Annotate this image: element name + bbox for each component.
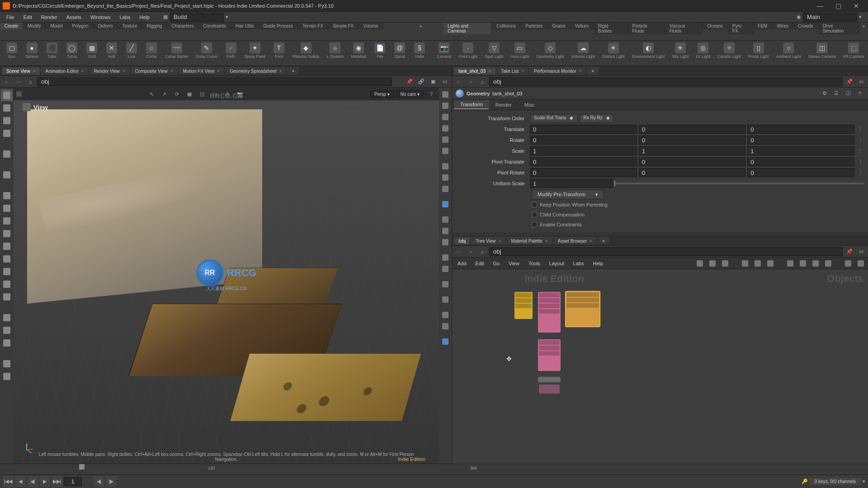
ruler-icon[interactable]: [440, 237, 450, 247]
play-button[interactable]: ▶: [39, 476, 50, 487]
menu-labs[interactable]: Labs: [115, 13, 135, 21]
eye-icon[interactable]: [440, 101, 450, 111]
close-button[interactable]: ✕: [847, 0, 865, 11]
viewport-help-icon[interactable]: ?: [426, 89, 436, 99]
grid1-icon[interactable]: [741, 259, 750, 268]
flag-icon[interactable]: [824, 259, 833, 268]
wireframe-icon[interactable]: ◫: [197, 89, 207, 99]
close-icon[interactable]: ×: [33, 69, 36, 74]
persp-dropdown[interactable]: Persp ▾: [370, 90, 394, 98]
shelf-tool-sky-light[interactable]: ☀Sky Light: [668, 42, 692, 65]
close-icon[interactable]: ×: [579, 69, 582, 74]
shelf-tool-platonic-solids[interactable]: ◆Platonic Solids: [289, 42, 323, 65]
network-menu-go[interactable]: Go: [491, 260, 503, 267]
pane-tab[interactable]: Animation Editor×: [41, 67, 88, 75]
shelf-tab[interactable]: Vellum: [571, 23, 594, 29]
select-arrow-icon[interactable]: ↖: [146, 89, 156, 99]
light-tool-icon[interactable]: [1, 358, 13, 370]
view-handle-icon[interactable]: [23, 103, 31, 111]
param-y-input[interactable]: [639, 157, 746, 166]
take-dropdown-icon[interactable]: ▾: [859, 14, 862, 20]
bone-tool-icon[interactable]: [1, 312, 13, 324]
shelf-tool-vr-camera[interactable]: ⬚VR Camera: [840, 42, 868, 65]
help-icon[interactable]: ?: [855, 89, 864, 98]
pin-icon[interactable]: 📌: [405, 77, 415, 87]
info-icon[interactable]: ⓘ: [844, 89, 853, 98]
camera-icon[interactable]: 📷: [235, 89, 245, 99]
shelf-tool-stereo-camera[interactable]: ◫Stereo Camera: [805, 42, 840, 65]
maximize-pane-network[interactable]: ▭: [856, 247, 866, 257]
add-tab-button[interactable]: +: [587, 67, 599, 75]
back-button-params[interactable]: ←: [454, 77, 464, 87]
maximize-pane-params[interactable]: ▭: [856, 77, 866, 87]
shelf-tool-point-light[interactable]: ·Point Light: [455, 42, 481, 65]
uniform-scale-input[interactable]: [530, 179, 613, 188]
shelf-tool-l-system[interactable]: ⟐L-System: [323, 42, 347, 65]
shelf-tool-helix[interactable]: §Helix: [410, 42, 429, 65]
network-view[interactable]: Indie Edition Objects ✥: [452, 269, 868, 464]
flat-icon[interactable]: [440, 173, 450, 183]
shelf-tool-draw-curve[interactable]: ✎Draw Curve: [192, 42, 221, 65]
close-icon[interactable]: ×: [590, 239, 592, 244]
shelf-tool-portal-light[interactable]: ▯Portal Light: [745, 42, 773, 65]
dot-icon[interactable]: [440, 215, 450, 225]
param-tab-transform[interactable]: Transform: [454, 100, 489, 109]
network-menu-tools[interactable]: Tools: [526, 260, 543, 267]
tag-icon[interactable]: [798, 259, 807, 268]
shelf-tool-geometry-light[interactable]: ◇Geometry Light: [533, 42, 568, 65]
grid-icon[interactable]: ▦: [184, 89, 194, 99]
shelf-tab[interactable]: Volume: [359, 23, 383, 29]
wire-icon[interactable]: [440, 112, 450, 122]
shelf-tab[interactable]: Grains: [547, 23, 570, 29]
shelf-tool-path[interactable]: ⟋Path: [221, 42, 241, 65]
pane-tab[interactable]: Composite View×: [131, 67, 178, 75]
shelf-tool-font[interactable]: TFont: [269, 42, 289, 65]
param-menu-icon[interactable]: ⋮: [856, 169, 864, 177]
param-y-input[interactable]: [639, 125, 746, 134]
shelf-tab[interactable]: Particle Fluids: [628, 23, 665, 34]
pane-tab[interactable]: Tree View×: [471, 237, 505, 244]
terrain-tool-icon[interactable]: [1, 240, 13, 252]
param-y-input[interactable]: [639, 168, 746, 177]
node-item[interactable]: [539, 385, 560, 394]
pin-icon-params[interactable]: 📌: [844, 77, 854, 87]
shelf-tab[interactable]: Create: [0, 23, 23, 29]
node-item[interactable]: [565, 291, 600, 327]
shelf-tab[interactable]: Lights and Cameras: [443, 23, 492, 34]
network-menu-edit[interactable]: Edit: [473, 260, 487, 267]
shelf-tab[interactable]: Constraints: [198, 23, 231, 29]
uniform-scale-slider[interactable]: [614, 183, 864, 184]
path-input-params[interactable]: [489, 77, 843, 86]
snap-tool-icon[interactable]: [1, 278, 13, 290]
back-button-network[interactable]: ←: [454, 247, 464, 257]
shelf-tool-circle[interactable]: ○Circle: [142, 42, 161, 65]
node-item[interactable]: [538, 339, 561, 371]
shelf-tab[interactable]: Model: [46, 23, 67, 29]
curve-tool-icon[interactable]: [1, 291, 13, 303]
shelf-tab[interactable]: Wires: [772, 23, 793, 29]
current-frame-input[interactable]: [64, 477, 82, 486]
key-icon[interactable]: 🔑: [802, 479, 808, 484]
color-icon[interactable]: [811, 259, 820, 268]
shelf-tab[interactable]: Polygon: [68, 23, 94, 29]
desk-dropdown-icon[interactable]: ▾: [226, 14, 228, 20]
network-menu-labs[interactable]: Labs: [571, 260, 587, 267]
brush-tool-icon[interactable]: [1, 202, 13, 214]
shelf-tool-spiral[interactable]: @Spiral: [390, 42, 410, 65]
param-tab-misc[interactable]: Misc: [518, 101, 541, 109]
param-tab-render[interactable]: Render: [489, 101, 518, 109]
cube-icon[interactable]: ▣: [428, 77, 438, 87]
param-z-input[interactable]: [747, 168, 854, 177]
close-icon[interactable]: ×: [521, 69, 524, 74]
close-icon[interactable]: ×: [545, 239, 548, 244]
param-y-input[interactable]: [639, 136, 746, 145]
filter-icon[interactable]: ☰: [832, 89, 841, 98]
3d-viewport[interactable]: RRCG.CN ↖ ↗ ⟳ ▦ ◫ ◻ ◷ 📷 Persp ▾ No cam ▾…: [14, 88, 439, 464]
list-icon[interactable]: [708, 259, 717, 268]
transform-order-dropdown[interactable]: Scale Rot Trans ◆: [530, 114, 578, 123]
viewport-grip-icon[interactable]: [16, 91, 22, 97]
shelf-tab[interactable]: Viscous Fluids: [665, 23, 703, 34]
close-icon[interactable]: ×: [217, 69, 220, 74]
keys-info[interactable]: 0 keys, 0/0 channels: [809, 478, 861, 485]
pane-tab[interactable]: Motion FX View×: [179, 67, 225, 75]
